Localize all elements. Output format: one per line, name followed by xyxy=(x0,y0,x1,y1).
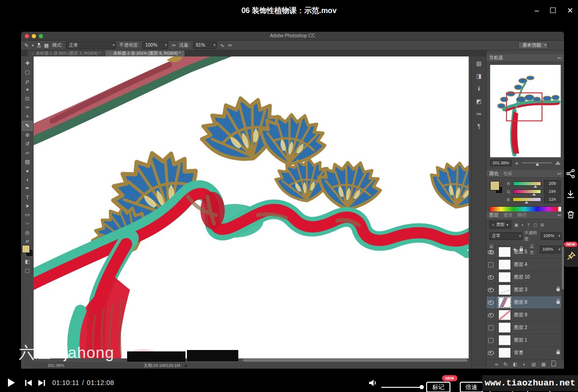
close-icon[interactable]: ✕ xyxy=(567,7,573,14)
status-zoom[interactable]: 201.38% xyxy=(48,363,64,368)
foreground-color-swatch[interactable] xyxy=(22,245,30,253)
pressure-opacity-icon[interactable]: ✑ xyxy=(171,42,176,49)
visibility-toggle[interactable] xyxy=(486,347,495,359)
pressure-size-icon[interactable]: ✑ xyxy=(228,42,232,49)
visibility-toggle[interactable] xyxy=(486,271,495,283)
brush-preset-picker[interactable]: ● 28 xyxy=(37,42,41,48)
brush-panel-toggle-icon[interactable]: ▦ xyxy=(44,42,49,49)
panel-menu-icon[interactable]: ▾≡ xyxy=(557,172,562,176)
tab-swatches[interactable]: 色板 xyxy=(503,170,513,177)
layer-thumbnail[interactable] xyxy=(499,348,511,358)
layer-name[interactable]: 图层 5 xyxy=(514,249,527,255)
paragraph-panel-icon[interactable]: ¶ xyxy=(478,123,480,130)
quick-mask-icon[interactable]: ◧ xyxy=(22,257,32,266)
layer-row[interactable]: 图层 5 xyxy=(486,246,564,259)
dodge-tool[interactable]: ◖ xyxy=(22,175,32,184)
visibility-toggle[interactable] xyxy=(486,334,495,346)
visibility-toggle[interactable] xyxy=(486,309,495,321)
channel-gradient-bar[interactable] xyxy=(513,182,542,186)
download-button[interactable] xyxy=(563,184,578,204)
layer-mask-button[interactable]: ◧ xyxy=(513,362,517,367)
tab-close-icon[interactable]: × xyxy=(31,51,34,56)
link-layers-button[interactable]: ∞ xyxy=(495,362,498,367)
visibility-toggle[interactable] xyxy=(486,296,495,308)
mark-button[interactable]: 标记 xyxy=(426,382,450,392)
mode-select[interactable]: 正常 xyxy=(66,42,116,49)
document-tab-2[interactable]: × 未标题-2 @ 201% (图层 8, RGB/8) * xyxy=(105,50,185,56)
blur-tool[interactable]: ● xyxy=(22,166,32,175)
brush-tool[interactable]: ✎ xyxy=(22,121,33,131)
horizontal-scroll-thumb[interactable] xyxy=(243,359,467,362)
new-layer-button[interactable]: ▦ xyxy=(542,362,546,367)
healing-brush-tool[interactable]: ⌖ xyxy=(22,112,32,121)
pin-button[interactable] xyxy=(564,245,578,267)
layer-row[interactable]: 图层 8 xyxy=(486,296,564,309)
workspace-select[interactable]: 基本功能 xyxy=(518,42,548,49)
channel-value[interactable]: 194 xyxy=(544,188,561,195)
screen-mode-icon[interactable]: ▢ xyxy=(22,266,32,275)
tab-paths[interactable]: 路径 xyxy=(517,212,527,218)
layer-thumbnail[interactable] xyxy=(499,322,511,333)
properties-panel-icon[interactable]: ≔ xyxy=(476,111,482,117)
layer-row[interactable]: 图层 3 xyxy=(486,284,564,296)
magic-wand-tool[interactable]: ✶ xyxy=(22,85,32,94)
layer-name[interactable]: 图层 8 xyxy=(514,299,527,306)
layer-row[interactable]: 图层 1 xyxy=(486,334,564,347)
next-button[interactable] xyxy=(36,373,47,392)
layer-thumbnail[interactable] xyxy=(499,272,511,282)
clone-stamp-tool[interactable]: ⊛ xyxy=(22,131,32,140)
color-swatch-pair[interactable] xyxy=(490,181,505,196)
maximize-icon[interactable]: ☐ xyxy=(549,7,556,14)
delete-layer-button[interactable] xyxy=(551,362,556,366)
channel-value[interactable]: 209 xyxy=(544,180,561,187)
tab-channels[interactable]: 通道 xyxy=(503,212,513,218)
mac-zoom-icon[interactable] xyxy=(39,34,43,38)
navigator-thumbnail[interactable] xyxy=(490,65,561,157)
layer-thumbnail[interactable] xyxy=(499,310,511,320)
type-tool[interactable]: T xyxy=(22,193,32,202)
gradient-tool[interactable]: ▨ xyxy=(22,157,32,166)
visibility-toggle[interactable] xyxy=(486,322,495,334)
zoom-slider-thumb[interactable] xyxy=(535,163,539,166)
layer-row[interactable]: 图层 10 xyxy=(486,271,564,284)
swap-colors-icon[interactable]: ⇄ xyxy=(26,239,29,244)
navigator-zoom-value[interactable]: 201.38% xyxy=(490,160,512,166)
panel-menu-icon[interactable]: ▾≡ xyxy=(557,56,562,60)
filter-smart-icon[interactable]: ⊞ xyxy=(541,223,544,227)
layer-thumbnail[interactable] xyxy=(499,335,511,345)
zoom-out-icon[interactable] xyxy=(515,162,519,164)
layer-style-button[interactable]: fx xyxy=(504,362,507,367)
mac-close-icon[interactable] xyxy=(25,34,29,38)
blend-mode-select[interactable]: 正常 xyxy=(489,232,522,240)
airbrush-icon[interactable]: ∿ xyxy=(220,42,224,49)
eyedropper-tool[interactable]: ✑ xyxy=(22,103,32,112)
channel-gradient-bar[interactable] xyxy=(513,189,541,194)
filter-adjustment-icon[interactable]: ◐ xyxy=(521,223,524,227)
move-tool[interactable]: ✚ xyxy=(22,59,32,68)
layer-row[interactable]: 图层 9 xyxy=(486,309,564,322)
document-tab-1[interactable]: × 未标题-1 @ 50% (图层 3, RGB/8) * xyxy=(28,50,105,56)
foreground-swatch[interactable] xyxy=(490,181,500,190)
layer-thumbnail[interactable] xyxy=(499,297,511,308)
tab-color[interactable]: 颜色 xyxy=(489,170,499,177)
layer-name[interactable]: 图层 10 xyxy=(514,274,530,280)
status-arrow-icon[interactable]: ▶ xyxy=(185,364,188,368)
layer-filter-select[interactable]: ⌕ 类型 ▾ xyxy=(489,221,511,229)
volume-slider[interactable] xyxy=(381,387,421,388)
info-panel-icon[interactable]: ℹ xyxy=(478,85,480,92)
layer-row[interactable]: 背景 xyxy=(486,347,564,359)
layer-thumbnail[interactable] xyxy=(499,247,511,257)
path-select-tool[interactable]: ➤ xyxy=(22,202,32,210)
navigator-zoom-slider[interactable] xyxy=(522,162,552,163)
channel-value[interactable]: 124 xyxy=(544,196,561,203)
navigator-view-rect[interactable] xyxy=(506,92,542,121)
minimize-icon[interactable]: – xyxy=(535,7,539,14)
layer-name[interactable]: 图层 3 xyxy=(514,287,527,293)
flow-select[interactable]: 91% xyxy=(193,42,217,49)
tab-close-icon[interactable]: × xyxy=(109,51,111,56)
volume-slider-thumb[interactable] xyxy=(420,385,424,389)
crop-tool[interactable]: ⊡ xyxy=(22,94,32,103)
eraser-tool[interactable]: ▱ xyxy=(22,148,32,157)
layer-row[interactable]: 图层 2 xyxy=(486,322,564,334)
delete-button[interactable] xyxy=(563,204,578,225)
